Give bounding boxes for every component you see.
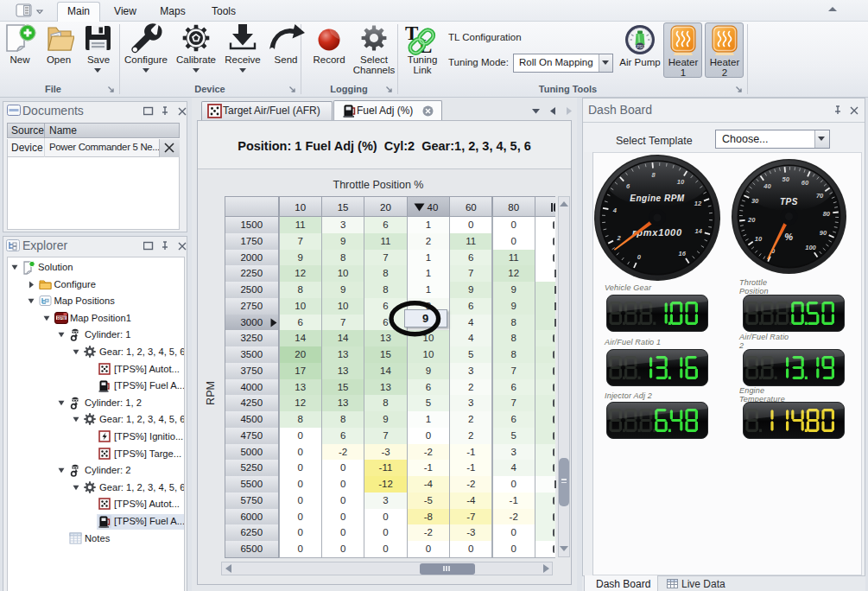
svg-text:TPS: TPS [780,197,798,207]
svg-text:100: 100 [805,244,816,251]
svg-text:RPM: RPM [57,315,66,320]
svg-text:12: 12 [694,200,702,207]
svg-text:4: 4 [612,207,618,214]
svg-text:14: 14 [695,227,703,235]
svg-text:Engine RPM: Engine RPM [630,194,685,203]
svg-text:30: 30 [751,197,759,205]
svg-text:2: 2 [617,234,622,242]
svg-text:40: 40 [763,182,771,190]
svg-text:10: 10 [677,178,685,186]
svg-text:80: 80 [823,210,831,218]
svg-text:70: 70 [816,192,824,200]
svg-text:50: 50 [782,175,790,183]
svg-text:60: 60 [801,179,809,187]
svg-text:16: 16 [679,250,687,257]
svg-text:90: 90 [820,229,827,237]
svg-text:10: 10 [755,235,763,243]
svg-text:20: 20 [747,216,756,224]
svg-text:PSI: PSI [637,45,643,49]
svg-text:%: % [784,232,794,242]
